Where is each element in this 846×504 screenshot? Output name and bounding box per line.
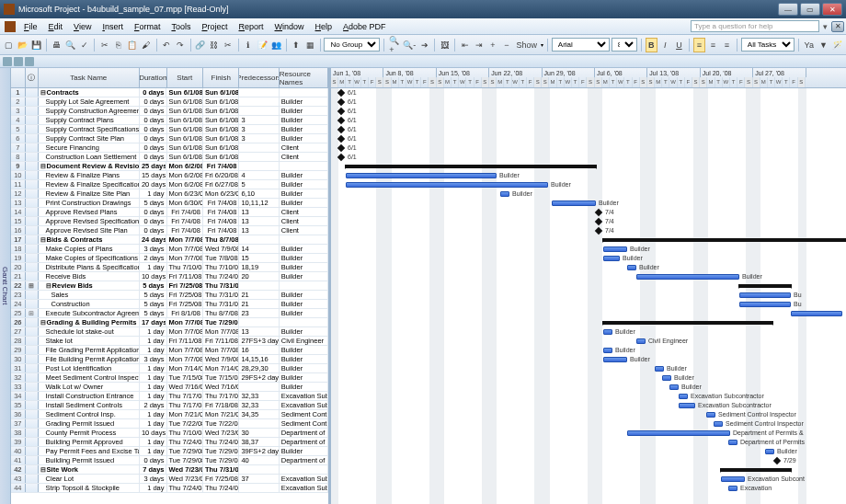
close-button[interactable]: ✕ — [822, 3, 842, 16]
italic-button[interactable]: I — [659, 38, 671, 52]
task-row[interactable]: 3Supply Construction Agreement0 daysSun … — [11, 107, 328, 116]
menu-edit[interactable]: Edit — [43, 20, 69, 33]
task-row[interactable]: 16Approve Revised Site Plan0 daysFri 7/4… — [11, 226, 328, 235]
gantt-chart[interactable]: Jun 1, '08Jun 8, '08Jun 15, '08Jun 22, '… — [331, 68, 846, 504]
task-bar[interactable] — [603, 256, 620, 261]
menu-file[interactable]: File — [18, 20, 43, 33]
align-right-icon[interactable]: ≡ — [721, 38, 733, 52]
milestone[interactable] — [337, 89, 345, 97]
zoom-out-icon[interactable]: 🔍- — [402, 38, 417, 52]
format-painter-icon[interactable]: 🖌 — [140, 38, 152, 52]
task-bar[interactable] — [655, 366, 664, 372]
task-bar[interactable] — [552, 200, 596, 206]
task-row[interactable]: 12Review & Finalize Site Plan1 dayMon 6/… — [11, 189, 328, 199]
col-task-name[interactable]: Task Name — [39, 68, 140, 87]
minimize-button[interactable]: — — [778, 3, 798, 16]
filter-select[interactable]: All Tasks — [741, 38, 795, 52]
summary-bar[interactable] — [346, 165, 596, 168]
bold-button[interactable]: B — [646, 38, 657, 52]
task-row[interactable]: 18Make Copies of Plans3 daysMon 7/7/08We… — [11, 245, 328, 254]
task-row[interactable]: 34Install Construction Entrance1 dayThu … — [11, 392, 328, 401]
milestone[interactable] — [595, 209, 602, 216]
task-bar[interactable] — [603, 329, 612, 335]
show-dropdown[interactable]: Show — [517, 40, 538, 50]
task-row[interactable]: 35Install Sediment Controls2 daysThu 7/1… — [11, 401, 328, 410]
task-bar[interactable] — [662, 375, 671, 381]
outdent-icon[interactable]: ⇤ — [459, 38, 471, 52]
spell-icon[interactable]: ✓ — [78, 38, 90, 52]
task-row[interactable]: 31Post Lot Identification1 dayMon 7/14/0… — [11, 364, 328, 373]
task-bar[interactable] — [714, 421, 723, 427]
col-finish[interactable]: Finish — [203, 68, 239, 87]
help-search-input[interactable]: Type a question for help — [691, 20, 819, 32]
save-icon[interactable]: 💾 — [30, 38, 42, 52]
task-row[interactable]: 19Make Copies of Specifications2 daysMon… — [11, 254, 328, 263]
task-row[interactable]: 23Sales5 daysFri 7/25/08Thu 7/31/0821Bui… — [11, 291, 328, 300]
copy-icon[interactable]: ⎘ — [112, 38, 124, 52]
col-duration[interactable]: Duration — [140, 68, 167, 87]
task-bar[interactable] — [739, 292, 791, 298]
menu-insert[interactable]: Insert — [97, 20, 129, 33]
pdf-icon[interactable] — [3, 57, 12, 66]
task-bar[interactable] — [706, 412, 715, 418]
summary-bar[interactable] — [603, 321, 772, 325]
task-row[interactable]: 25⊞Execute Subcontractor Agreements5 day… — [11, 309, 328, 318]
menu-tools[interactable]: Tools — [166, 20, 196, 33]
pdf-icon-2[interactable] — [14, 57, 23, 66]
preview-icon[interactable]: 🔍 — [64, 38, 76, 52]
task-row[interactable]: 22⊞⊟Review Bids5 daysFri 7/25/08Thu 7/31… — [11, 281, 328, 291]
task-row[interactable]: 36Sediment Control Insp.1 dayMon 7/21/08… — [11, 410, 328, 419]
menu-adobe-pdf[interactable]: Adobe PDF — [337, 20, 392, 33]
new-icon[interactable]: ▢ — [3, 38, 15, 52]
task-row[interactable]: 15Approve Revised Specifications0 daysFr… — [11, 217, 328, 226]
task-row[interactable]: 44Strip Topsoil & Stockpile1 dayThu 7/24… — [11, 484, 328, 493]
task-row[interactable]: 6Supply Contract Site Plan0 daysSun 6/1/… — [11, 134, 328, 143]
col-resource[interactable]: Resource Names — [280, 68, 328, 87]
underline-button[interactable]: U — [673, 38, 685, 52]
task-row[interactable]: 32Meet Sediment Control Inspector1 dayTu… — [11, 373, 328, 383]
task-row[interactable]: 26⊟Grading & Building Permits17 daysMon … — [11, 318, 328, 327]
assign-icon[interactable]: 👥 — [270, 38, 282, 52]
task-row[interactable]: 29File Grading Permit Application1 dayMo… — [11, 346, 328, 355]
task-bar[interactable] — [603, 246, 627, 252]
task-bar[interactable] — [669, 384, 679, 390]
group-icon[interactable]: ▦ — [304, 38, 316, 52]
task-bar[interactable] — [728, 486, 737, 491]
task-row[interactable]: 10Review & Finalize Plans15 daysMon 6/2/… — [11, 171, 328, 180]
task-row[interactable]: 41Building Permit Issued0 daysTue 7/29/0… — [11, 456, 328, 465]
milestone[interactable] — [337, 135, 345, 143]
milestone[interactable] — [337, 144, 345, 152]
print-icon[interactable]: 🖶 — [51, 38, 63, 52]
maximize-button[interactable]: ▭ — [800, 3, 820, 16]
task-row[interactable]: 14Approve Revised Plans0 daysFri 7/4/08F… — [11, 208, 328, 217]
menu-help[interactable]: Help — [310, 20, 338, 33]
task-bar[interactable] — [679, 394, 688, 399]
indent-icon[interactable]: ⇥ — [473, 38, 485, 52]
menu-format[interactable]: Format — [129, 20, 166, 33]
milestone[interactable] — [595, 227, 602, 235]
milestone[interactable] — [337, 154, 345, 161]
view-bar[interactable]: Gantt Chart — [0, 68, 11, 504]
task-bar[interactable] — [728, 440, 737, 445]
task-bar[interactable] — [765, 449, 774, 454]
summary-bar[interactable] — [721, 468, 791, 472]
task-row[interactable]: 1⊟Contracts0 daysSun 6/1/08Sun 6/1/08 — [11, 88, 328, 97]
gantt-body[interactable]: 6/16/16/16/16/16/16/16/1BuilderBuilderBu… — [331, 88, 846, 504]
task-row[interactable]: 28Stake lot1 dayFri 7/11/08Fri 7/11/0827… — [11, 337, 328, 346]
task-row[interactable]: 27Schedule lot stake-out1 dayMon 7/7/08M… — [11, 327, 328, 337]
task-row[interactable]: 30File Building Permit Application3 days… — [11, 355, 328, 364]
milestone[interactable] — [337, 126, 345, 133]
milestone[interactable] — [337, 98, 345, 106]
milestone[interactable] — [337, 108, 345, 115]
task-row[interactable]: 5Supply Contract Specifications0 daysSun… — [11, 125, 328, 134]
milestone[interactable] — [337, 117, 345, 124]
task-row[interactable]: 2Supply Lot Sale Agreement0 daysSun 6/1/… — [11, 97, 328, 107]
show-subtasks-icon[interactable]: + — [486, 38, 498, 52]
goto-icon[interactable]: ➔ — [418, 38, 430, 52]
link-icon[interactable]: 🔗 — [194, 38, 206, 52]
hide-subtasks-icon[interactable]: − — [500, 38, 512, 52]
undo-icon[interactable]: ↶ — [160, 38, 172, 52]
task-bar[interactable] — [603, 357, 627, 362]
info-icon[interactable]: ℹ — [242, 38, 254, 52]
task-row[interactable]: 40Pay Permit Fees and Excise Taxes1 dayT… — [11, 447, 328, 456]
